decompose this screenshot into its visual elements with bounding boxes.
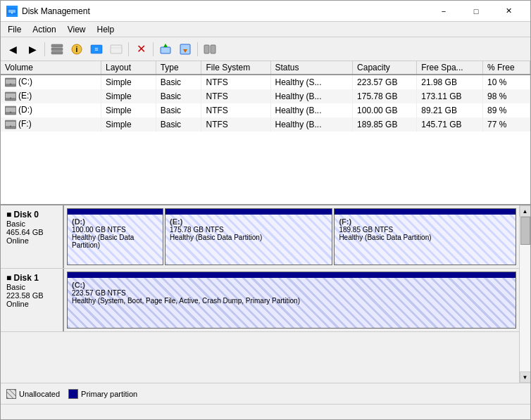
menu-help[interactable]: Help	[92, 23, 120, 36]
svg-rect-1	[8, 10, 15, 13]
col-status[interactable]: Status	[270, 61, 353, 75]
disk-list-button[interactable]	[48, 40, 66, 58]
partition-d-body: (D:) 100.00 GB NTFS Healthy (Basic Data …	[68, 215, 163, 265]
disk-1-label: ■ Disk 1 Basic 223.58 GB Online	[1, 269, 64, 331]
properties-button[interactable]: i	[68, 40, 86, 58]
svg-marker-13	[163, 44, 168, 47]
forward-button[interactable]: ▶	[23, 40, 42, 58]
help-button[interactable]: ≡	[87, 40, 106, 58]
menu-action[interactable]: Action	[27, 23, 61, 36]
col-filesystem[interactable]: File System	[201, 61, 270, 75]
col-pctfree[interactable]: % Free	[482, 61, 530, 75]
title-bar: Disk Management − □ ✕	[1, 1, 530, 22]
partition-f-body: (F:) 189.85 GB NTFS Healthy (Basic Data …	[335, 215, 516, 265]
back-button[interactable]: ◀	[4, 40, 22, 58]
partition-e-body: (E:) 175.78 GB NTFS Healthy (Basic Data …	[165, 215, 332, 265]
col-capacity[interactable]: Capacity	[353, 61, 417, 75]
expand-button[interactable]	[176, 40, 194, 58]
col-freespace[interactable]: Free Spa...	[417, 61, 483, 75]
refresh-button[interactable]	[107, 40, 125, 58]
partition-d-size: 100.00 GB NTFS	[72, 226, 158, 234]
svg-point-26	[10, 112, 11, 113]
cell-capacity: 223.57 GB	[353, 75, 417, 89]
scroll-down-button[interactable]: ▼	[520, 371, 531, 383]
cell-fs: NTFS	[201, 89, 270, 103]
disk-0-name: ■ Disk 0	[6, 210, 57, 219]
toolbar-separator-2	[128, 42, 129, 56]
partition-d-status: Healthy (Basic Data Partition)	[72, 234, 158, 249]
cell-pct: 10 %	[482, 75, 530, 89]
partition-f[interactable]: (F:) 189.85 GB NTFS Healthy (Basic Data …	[334, 208, 516, 265]
cell-capacity: 189.85 GB	[353, 117, 417, 132]
table-row[interactable]: (D:) Simple Basic NTFS Healthy (B... 100…	[1, 103, 530, 117]
partition-e-status: Healthy (Basic Data Partition)	[170, 234, 327, 241]
disk-map-area[interactable]: ■ Disk 0 Basic 465.64 GB Online (D:) 100…	[1, 205, 519, 383]
disk-0-type: Basic	[6, 219, 57, 228]
disk-0-partitions: (D:) 100.00 GB NTFS Healthy (Basic Data …	[64, 205, 519, 268]
delete-button[interactable]: ✕	[132, 40, 150, 58]
disk-1-size: 223.58 GB	[6, 291, 57, 300]
disk-management-window: Disk Management − □ ✕ File Action View H…	[0, 0, 531, 420]
partition-c[interactable]: (C:) 223.57 GB NTFS Healthy (System, Boo…	[67, 272, 516, 329]
svg-rect-19	[6, 79, 15, 84]
legend-primary: Primary partition	[68, 389, 137, 399]
svg-point-29	[10, 126, 11, 127]
disk-0-status: Online	[6, 236, 57, 245]
disk-0-size: 465.64 GB	[6, 228, 57, 236]
partition-f-status: Healthy (Basic Data Partition)	[339, 234, 511, 241]
cell-fs: NTFS	[201, 103, 270, 117]
svg-text:≡: ≡	[94, 46, 98, 53]
cell-volume: (F:)	[1, 117, 101, 132]
scroll-track	[520, 217, 530, 371]
status-bar	[1, 404, 530, 419]
table-body: (C:) Simple Basic NTFS Healthy (S... 223…	[1, 75, 530, 132]
new-volume-button[interactable]	[156, 40, 175, 58]
col-type[interactable]: Type	[156, 61, 201, 75]
partition-d-header	[68, 209, 163, 215]
table-row[interactable]: (F:) Simple Basic NTFS Healthy (B... 189…	[1, 117, 530, 132]
mirror-button[interactable]	[201, 40, 219, 58]
menu-file[interactable]: File	[2, 23, 27, 36]
partition-e-label: (E:)	[170, 217, 327, 226]
svg-rect-3	[51, 44, 63, 47]
svg-point-2	[11, 12, 13, 13]
cell-fs: NTFS	[201, 117, 270, 132]
svg-rect-16	[204, 45, 209, 53]
legend-unallocated-icon	[6, 389, 16, 399]
scroll-up-button[interactable]: ▲	[520, 205, 531, 217]
scroll-thumb[interactable]	[520, 217, 530, 245]
disk-1-partitions: (C:) 223.57 GB NTFS Healthy (System, Boo…	[64, 269, 519, 331]
partition-f-header	[335, 209, 516, 215]
col-layout[interactable]: Layout	[101, 61, 156, 75]
partition-e-header	[165, 209, 332, 215]
volume-table-container[interactable]: Volume Layout Type File System Status Ca…	[1, 61, 530, 205]
toolbar-separator-3	[153, 42, 154, 56]
app-icon	[6, 6, 18, 17]
cell-pct: 98 %	[482, 89, 530, 103]
table-header-row: Volume Layout Type File System Status Ca…	[1, 61, 530, 75]
close-button[interactable]: ✕	[492, 1, 525, 22]
partition-e[interactable]: (E:) 175.78 GB NTFS Healthy (Basic Data …	[165, 208, 332, 265]
scrollbar[interactable]: ▲ ▼	[519, 205, 530, 383]
toolbar: ◀ ▶ i ≡ ✕	[1, 37, 530, 61]
cell-capacity: 100.00 GB	[353, 103, 417, 117]
svg-rect-12	[161, 47, 170, 53]
toolbar-separator-4	[197, 42, 198, 56]
svg-point-23	[10, 98, 11, 99]
minimize-button[interactable]: −	[427, 1, 460, 22]
table-row[interactable]: (C:) Simple Basic NTFS Healthy (S... 223…	[1, 75, 530, 89]
svg-rect-22	[6, 94, 15, 98]
col-volume[interactable]: Volume	[1, 61, 101, 75]
table-row[interactable]: (E:) Simple Basic NTFS Healthy (B... 175…	[1, 89, 530, 103]
svg-rect-25	[6, 108, 15, 112]
cell-free: 173.11 GB	[417, 89, 483, 103]
partition-d-label: (D:)	[72, 217, 158, 226]
cell-free: 21.98 GB	[417, 75, 483, 89]
legend-unallocated: Unallocated	[6, 389, 60, 399]
partition-d[interactable]: (D:) 100.00 GB NTFS Healthy (Basic Data …	[67, 208, 163, 265]
maximize-button[interactable]: □	[460, 1, 492, 22]
main-content: Volume Layout Type File System Status Ca…	[1, 61, 530, 419]
partition-f-size: 189.85 GB NTFS	[339, 226, 511, 234]
cell-status: Healthy (B...	[270, 103, 353, 117]
menu-view[interactable]: View	[62, 23, 92, 36]
